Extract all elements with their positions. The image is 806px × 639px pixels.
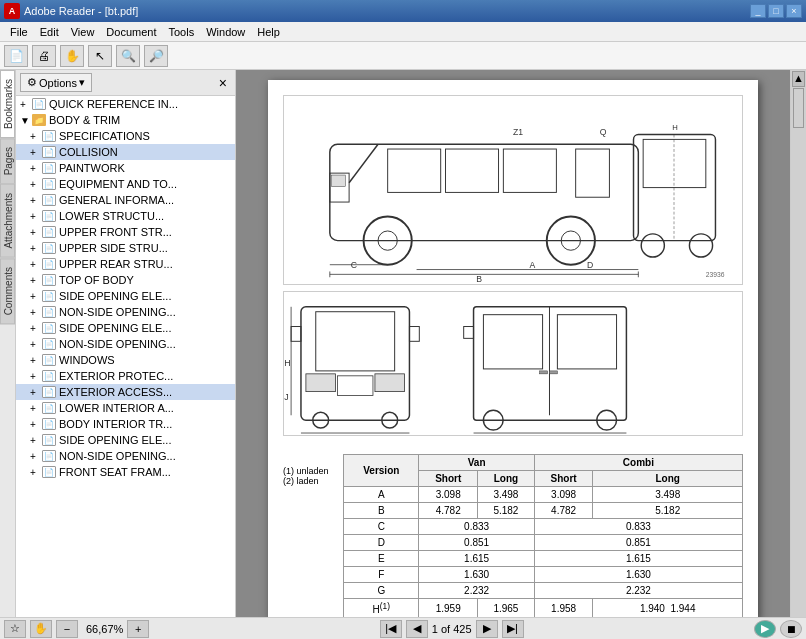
bookmark-label: UPPER SIDE STRU... xyxy=(59,242,168,254)
col-van-short: Short xyxy=(419,471,478,487)
bookmark-label: LOWER INTERIOR A... xyxy=(59,402,174,414)
scroll-up-button[interactable]: ▲ xyxy=(792,71,805,87)
close-button[interactable]: × xyxy=(786,4,802,18)
window-controls[interactable]: _ □ × xyxy=(750,4,802,18)
bookmark-specifications[interactable]: + 📄 SPECIFICATIONS xyxy=(16,128,235,144)
restore-button[interactable]: □ xyxy=(768,4,784,18)
bookmark-lower-struct[interactable]: + 📄 LOWER STRUCTU... xyxy=(16,208,235,224)
toolbar-zoom-in[interactable]: 🔍 xyxy=(116,45,140,67)
bookmark-exterior-protect[interactable]: + 📄 EXTERIOR PROTEC... xyxy=(16,368,235,384)
bookmark-non-side-1[interactable]: + 📄 NON-SIDE OPENING... xyxy=(16,304,235,320)
bookmark-non-side-3[interactable]: + 📄 NON-SIDE OPENING... xyxy=(16,448,235,464)
svg-rect-31 xyxy=(316,312,395,371)
menu-file[interactable]: File xyxy=(4,24,34,40)
svg-text:B: B xyxy=(476,274,482,284)
last-page-button[interactable]: ▶| xyxy=(502,620,524,638)
cell-value: 1.959 xyxy=(419,599,478,618)
bookmark-label: BODY & TRIM xyxy=(49,114,120,126)
bookmark-front-seat[interactable]: + 📄 FRONT SEAT FRAM... xyxy=(16,464,235,480)
bookmark-upper-rear[interactable]: + 📄 UPPER REAR STRU... xyxy=(16,256,235,272)
minimize-button[interactable]: _ xyxy=(750,4,766,18)
bookmark-lower-interior[interactable]: + 📄 LOWER INTERIOR A... xyxy=(16,400,235,416)
vehicle-diagram: B A C D Z1 Q xyxy=(283,95,743,285)
expand-icon: + xyxy=(30,275,42,286)
bookmark-side-opening-2[interactable]: + 📄 SIDE OPENING ELE... xyxy=(16,320,235,336)
next-page-button[interactable]: ▶ xyxy=(476,620,498,638)
svg-rect-36 xyxy=(337,376,373,396)
doc-icon: 📄 xyxy=(42,242,56,254)
toolbar-print[interactable]: 🖨 xyxy=(32,45,56,67)
bookmark-equipment[interactable]: + 📄 EQUIPMENT AND TO... xyxy=(16,176,235,192)
cell-value: 0.851 xyxy=(534,535,742,551)
doc-icon: 📄 xyxy=(42,418,56,430)
zoom-display: 66,67% xyxy=(86,623,123,635)
zoom-out-button[interactable]: − xyxy=(56,620,78,638)
bookmark-upper-side[interactable]: + 📄 UPPER SIDE STRU... xyxy=(16,240,235,256)
menu-view[interactable]: View xyxy=(65,24,101,40)
hand-tool-button[interactable]: ✋ xyxy=(30,620,52,638)
cell-value: 4.782 xyxy=(534,503,593,519)
toolbar-open[interactable]: 📄 xyxy=(4,45,28,67)
expand-icon: + xyxy=(30,211,42,222)
expand-icon: + xyxy=(20,99,32,110)
bookmark-side-opening-1[interactable]: + 📄 SIDE OPENING ELE... xyxy=(16,288,235,304)
options-button[interactable]: ⚙ Options ▾ xyxy=(20,73,92,92)
cell-value: 1.630 xyxy=(419,567,534,583)
bookmark-label: NON-SIDE OPENING... xyxy=(59,450,176,462)
toolbar-select[interactable]: ↖ xyxy=(88,45,112,67)
first-page-button[interactable]: |◀ xyxy=(380,620,402,638)
cell-value: 1.615 xyxy=(419,551,534,567)
play-button[interactable]: ▶ xyxy=(754,620,776,638)
bookmark-upper-front[interactable]: + 📄 UPPER FRONT STR... xyxy=(16,224,235,240)
panel-close-button[interactable]: × xyxy=(215,75,231,91)
svg-rect-34 xyxy=(306,374,336,392)
bookmark-body-interior[interactable]: + 📄 BODY INTERIOR TR... xyxy=(16,416,235,432)
toolbar-zoom-out[interactable]: 🔎 xyxy=(144,45,168,67)
vertical-scrollbar[interactable]: ▲ xyxy=(790,70,806,617)
doc-icon: 📄 xyxy=(42,258,56,270)
bookmark-paintwork[interactable]: + 📄 PAINTWORK xyxy=(16,160,235,176)
bookmark-non-side-2[interactable]: + 📄 NON-SIDE OPENING... xyxy=(16,336,235,352)
cell-value: 1.615 xyxy=(534,551,742,567)
options-label: Options xyxy=(39,77,77,89)
bookmark-label: EQUIPMENT AND TO... xyxy=(59,178,177,190)
menu-edit[interactable]: Edit xyxy=(34,24,65,40)
menu-help[interactable]: Help xyxy=(251,24,286,40)
bookmark-label: LOWER STRUCTU... xyxy=(59,210,164,222)
prev-page-button[interactable]: ◀ xyxy=(406,620,428,638)
zoom-in-button[interactable]: + xyxy=(127,620,149,638)
cell-value: 4.782 xyxy=(419,503,478,519)
bookmark-quick-ref[interactable]: + 📄 QUICK REFERENCE IN... xyxy=(16,96,235,112)
stop-button[interactable]: ⏹ xyxy=(780,620,802,638)
tab-bookmarks[interactable]: Bookmarks xyxy=(0,70,15,138)
bookmark-top-of-body[interactable]: + 📄 TOP OF BODY xyxy=(16,272,235,288)
row-label: C xyxy=(344,519,419,535)
bookmark-label: NON-SIDE OPENING... xyxy=(59,306,176,318)
doc-icon: 📄 xyxy=(42,290,56,302)
scroll-thumb[interactable] xyxy=(793,88,804,128)
expand-icon: + xyxy=(30,371,42,382)
bookmark-general-info[interactable]: + 📄 GENERAL INFORMA... xyxy=(16,192,235,208)
doc-icon: 📄 xyxy=(42,226,56,238)
bookmark-collision[interactable]: + 📄 COLLISION xyxy=(16,144,235,160)
bookmark-exterior-access[interactable]: + 📄 EXTERIOR ACCESS... xyxy=(16,384,235,400)
bookmark-body-trim[interactable]: ▼ 📁 BODY & TRIM xyxy=(16,112,235,128)
tab-attachments[interactable]: Attachments xyxy=(0,184,15,258)
bookmark-label: QUICK REFERENCE IN... xyxy=(49,98,178,110)
toolbar-hand[interactable]: ✋ xyxy=(60,45,84,67)
menu-tools[interactable]: Tools xyxy=(163,24,201,40)
add-bookmark-button[interactable]: ☆ xyxy=(4,620,26,638)
bookmark-label: EXTERIOR PROTEC... xyxy=(59,370,173,382)
tab-pages[interactable]: Pages xyxy=(0,138,15,184)
cell-value: 3.098 xyxy=(419,487,478,503)
menu-window[interactable]: Window xyxy=(200,24,251,40)
doc-icon: 📄 xyxy=(42,194,56,206)
doc-icon: 📄 xyxy=(42,386,56,398)
expand-icon: + xyxy=(30,467,42,478)
tab-comments[interactable]: Comments xyxy=(0,258,15,324)
bookmark-side-opening-3[interactable]: + 📄 SIDE OPENING ELE... xyxy=(16,432,235,448)
bookmark-label: SPECIFICATIONS xyxy=(59,130,150,142)
menu-document[interactable]: Document xyxy=(100,24,162,40)
bookmark-label: FRONT SEAT FRAM... xyxy=(59,466,171,478)
bookmark-windows[interactable]: + 📄 WINDOWS xyxy=(16,352,235,368)
